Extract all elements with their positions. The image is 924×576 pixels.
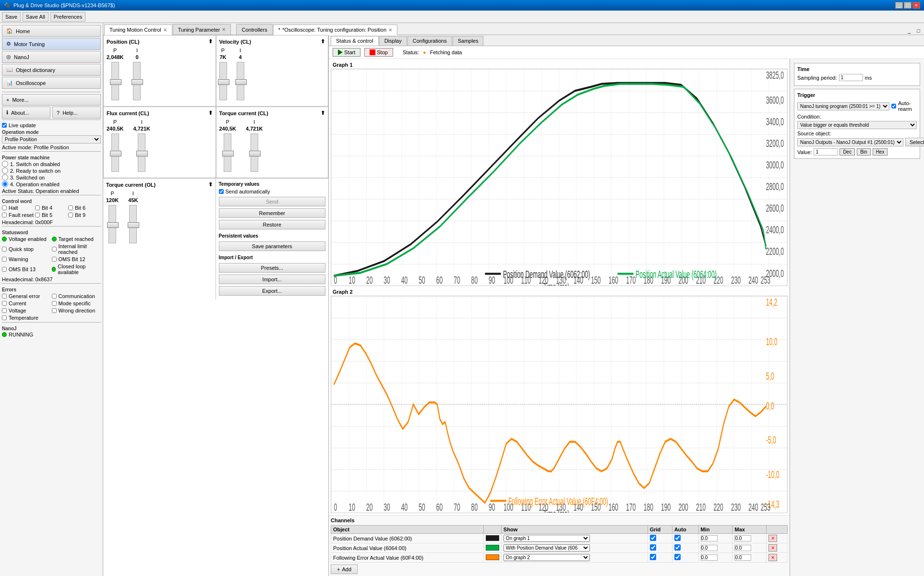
send-auto-cb[interactable]	[219, 189, 224, 194]
channel-1-delete-btn[interactable]: ✕	[768, 535, 777, 542]
channel-2-delete-btn[interactable]: ✕	[768, 544, 777, 552]
channel-3-auto-cb[interactable]	[674, 554, 681, 560]
torque-cl-i-slider[interactable]	[251, 133, 258, 172]
general-error-cb[interactable]	[2, 294, 7, 299]
oms-bit12-cb[interactable]	[52, 257, 57, 262]
close-button[interactable]: ✕	[912, 2, 920, 9]
wrong-direction-cb[interactable]	[52, 308, 57, 313]
panel-min-button[interactable]: _	[905, 27, 913, 35]
position-cl-i-slider[interactable]	[133, 62, 141, 100]
bit9-cb[interactable]	[68, 213, 73, 217]
trigger-source-select[interactable]: NanoJ tuning program (2500:01 >= 1)	[797, 102, 889, 110]
warning-cb[interactable]	[2, 257, 7, 262]
operation-mode-select[interactable]: Profile Position	[2, 135, 101, 144]
tab-tuning-motion-close[interactable]: ✕	[163, 27, 167, 33]
channel-2-swatch[interactable]	[486, 545, 499, 551]
tab-tuning-param-close[interactable]: ✕	[222, 27, 226, 32]
presets-button[interactable]: Presets...	[219, 263, 326, 273]
maximize-button[interactable]: □	[904, 2, 912, 9]
torque-ol-i-slider[interactable]	[129, 205, 137, 243]
save-button[interactable]: Save	[2, 12, 21, 22]
quick-stop-cb[interactable]	[2, 247, 7, 252]
faultreset-cb[interactable]	[2, 213, 7, 217]
hex-button[interactable]: Hex	[873, 148, 888, 156]
oms-bit13-cb[interactable]	[2, 267, 7, 272]
condition-select[interactable]: Value bigger or equals threshold	[797, 121, 917, 129]
bit4-cb[interactable]	[35, 205, 40, 210]
save-all-button[interactable]: Save All	[23, 12, 48, 22]
dec-button[interactable]: Dec	[840, 148, 855, 156]
osc-tab-configurations[interactable]: Configurations	[408, 36, 452, 46]
internal-limit-cb[interactable]	[52, 247, 57, 252]
sidebar-oscilloscope[interactable]: 📊 Oscilloscope	[2, 77, 101, 89]
osc-tab-status[interactable]: Status & control	[331, 36, 379, 46]
channel-2-auto-cb[interactable]	[674, 544, 681, 551]
save-params-button[interactable]: Save parameters	[219, 241, 326, 251]
channel-1-min-input[interactable]	[701, 535, 718, 541]
voltage-cb[interactable]	[2, 308, 7, 313]
sidebar-motor-tuning[interactable]: ⚙ Motor Tuning	[2, 38, 101, 50]
velocity-cl-p-slider[interactable]	[219, 62, 227, 100]
sidebar-nanoj[interactable]: ◎ NanoJ	[2, 51, 101, 63]
auto-rearm-cb[interactable]	[891, 104, 896, 108]
sidebar-object-dictionary[interactable]: 📖 Object dictionary	[2, 64, 101, 76]
position-cl-p-slider[interactable]	[111, 62, 119, 100]
live-update-checkbox[interactable]	[2, 123, 7, 128]
bit5-cb[interactable]	[35, 213, 40, 217]
sampling-period-input[interactable]	[839, 74, 863, 81]
export-button[interactable]: Export...	[219, 286, 326, 296]
communication-cb[interactable]	[52, 294, 57, 299]
panel-max-button[interactable]: □	[914, 27, 923, 35]
tab-tuning-motion[interactable]: Tuning Motion Control ✕	[104, 24, 172, 35]
source-object-select[interactable]: NanoJ Outputs - NanoJ Output #1 (2500:01…	[797, 138, 903, 146]
tab-oscilloscope-close[interactable]: ✕	[388, 27, 392, 33]
help-button[interactable]: ? Help...	[52, 107, 101, 119]
ps4-radio[interactable]	[2, 181, 8, 187]
channel-3-show-select[interactable]: On graph 2	[504, 554, 590, 561]
flux-cl-i-slider[interactable]	[138, 133, 145, 172]
import-button[interactable]: Import...	[219, 275, 326, 284]
osc-tab-display[interactable]: Display	[379, 36, 407, 46]
tab-oscilloscope[interactable]: * *Oscilloscope: Tuning configuration: P…	[273, 24, 397, 35]
ps1-radio[interactable]	[2, 161, 8, 167]
torque-cl-p-slider[interactable]	[224, 133, 231, 172]
select-button[interactable]: Select	[905, 138, 924, 146]
channel-3-delete-btn[interactable]: ✕	[768, 554, 777, 561]
temperature-cb[interactable]	[2, 315, 7, 320]
preferences-button[interactable]: Preferences	[50, 12, 85, 22]
channel-2-grid-cb[interactable]	[650, 544, 656, 551]
add-channel-button[interactable]: + Add	[331, 564, 358, 574]
channel-2-min-input[interactable]	[701, 545, 718, 551]
channel-3-swatch[interactable]	[486, 554, 499, 560]
ps3-radio[interactable]	[2, 174, 8, 180]
velocity-cl-i-slider[interactable]	[237, 62, 244, 100]
remember-button[interactable]: Remember	[219, 208, 326, 218]
stop-button[interactable]: Stop	[364, 48, 393, 57]
sidebar-home[interactable]: 🏠 Home	[2, 25, 101, 37]
channel-1-auto-cb[interactable]	[674, 535, 681, 541]
bit6-cb[interactable]	[68, 205, 73, 210]
channel-1-swatch[interactable]	[486, 535, 499, 541]
start-button[interactable]: Start	[333, 48, 360, 57]
about-button[interactable]: ℹ About...	[2, 107, 50, 119]
halt-cb[interactable]	[2, 205, 7, 210]
send-button[interactable]: Send	[219, 197, 326, 206]
tab-tuning-param[interactable]: Tuning Parameter ✕	[173, 24, 231, 35]
current-cb[interactable]	[2, 301, 7, 306]
bin-button[interactable]: Bin	[857, 148, 870, 156]
channel-3-max-input[interactable]	[734, 554, 751, 561]
channel-3-min-input[interactable]	[701, 554, 718, 561]
osc-tab-samples[interactable]: Samples	[453, 36, 484, 46]
channel-1-grid-cb[interactable]	[650, 535, 656, 541]
torque-ol-p-slider[interactable]	[108, 205, 116, 243]
channel-1-max-input[interactable]	[734, 535, 751, 541]
mode-specific-cb[interactable]	[52, 301, 57, 306]
channel-3-grid-cb[interactable]	[650, 554, 656, 560]
minimize-button[interactable]: _	[895, 2, 903, 9]
channel-2-show-select[interactable]: With Position Demand Value (606	[504, 544, 590, 552]
channel-1-show-select[interactable]: On graph 1	[504, 535, 590, 542]
restore-button[interactable]: Restore	[219, 220, 326, 229]
tab-controllers[interactable]: Controllers	[236, 24, 272, 35]
flux-cl-p-slider[interactable]	[111, 133, 119, 172]
sidebar-more[interactable]: + More...	[2, 94, 101, 106]
